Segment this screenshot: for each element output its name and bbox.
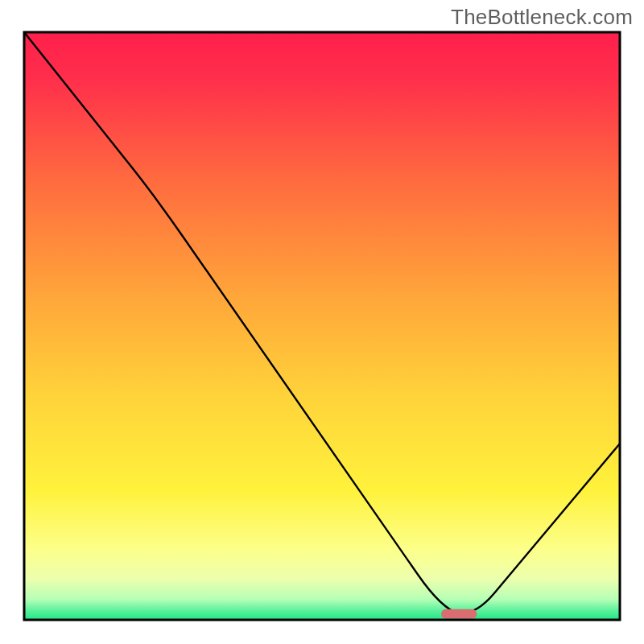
watermark-text: TheBottleneck.com xyxy=(451,5,633,30)
plot-background-gradient xyxy=(24,32,620,620)
optimal-marker xyxy=(441,609,477,619)
bottleneck-chart xyxy=(0,0,644,644)
chart-container: TheBottleneck.com xyxy=(0,0,644,644)
